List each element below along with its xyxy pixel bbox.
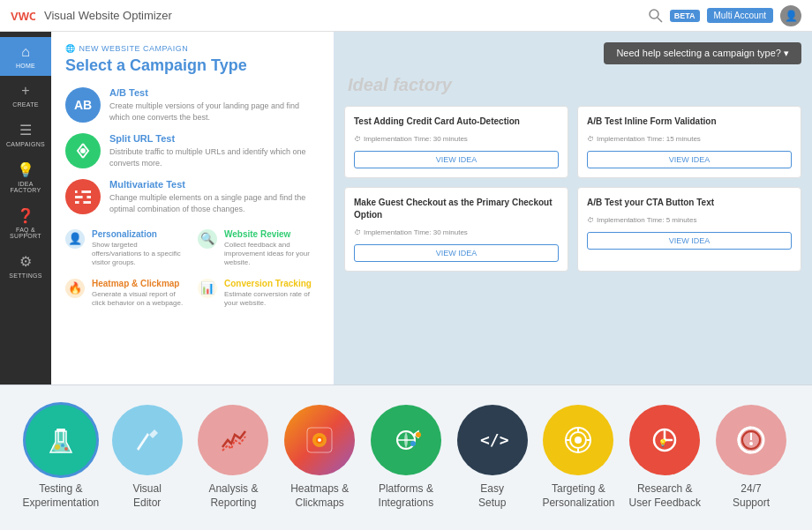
testing-label: Testing &Experimentation xyxy=(23,482,100,510)
idea-card-1: Test Adding Credit Card Auto-Detection ⏱… xyxy=(344,106,568,178)
view-idea-button-1[interactable]: VIEW IDEA xyxy=(354,151,559,168)
visual-editor-icon xyxy=(112,405,183,475)
heatmap-icon: 🔥 xyxy=(65,279,85,298)
svg-text:</>: </> xyxy=(480,430,509,449)
svg-rect-15 xyxy=(56,429,65,431)
idea-card-2: A/B Test Inline Form Validation ⏱ Implem… xyxy=(577,106,801,178)
svg-point-8 xyxy=(83,195,87,199)
platforms-icon xyxy=(371,405,441,475)
website-review-icon: 🔍 xyxy=(198,229,217,249)
multivariate-icon xyxy=(65,179,101,214)
visual-editor-label: VisualEditor xyxy=(132,482,161,510)
card-meta-4: ⏱ Implementation Time: 5 minutes xyxy=(587,216,792,224)
support-label: 24/7Support xyxy=(733,482,770,510)
multi-account-button[interactable]: Multi Account xyxy=(707,8,773,23)
svg-line-2 xyxy=(658,18,662,22)
bottom-item-support[interactable]: 24/7Support xyxy=(710,405,793,510)
easy-setup-label: EasySetup xyxy=(478,482,506,510)
faq-icon: ❓ xyxy=(17,207,34,224)
heatmaps-label: Heatmaps &Clickmaps xyxy=(290,482,349,510)
personalization-icon: 👤 xyxy=(65,229,85,249)
view-idea-button-2[interactable]: VIEW IDEA xyxy=(587,151,792,168)
heatmaps-icon xyxy=(284,405,355,475)
bottom-item-testing[interactable]: Testing &Experimentation xyxy=(19,405,102,510)
targeting-label: Targeting &Personalization xyxy=(542,482,614,510)
breadcrumb: 🌐 NEW WEBSITE CAMPAIGN xyxy=(65,44,320,53)
top-bar-actions: BETA Multi Account 👤 xyxy=(649,5,801,26)
svg-point-7 xyxy=(78,190,82,194)
view-idea-button-4[interactable]: VIEW IDEA xyxy=(587,232,792,250)
idea-card-4: A/B Test your CTA Button Text ⏱ Implemen… xyxy=(577,187,801,272)
split-url-option[interactable]: Split URL Test Distribute traffic to mul… xyxy=(65,133,320,168)
targeting-icon xyxy=(543,405,613,475)
sidebar-item-faq[interactable]: ❓ FAQ & SUPPORT xyxy=(0,200,51,246)
vwo-logo: VWO xyxy=(11,8,35,24)
card-meta-3: ⏱ Implementation Time: 30 minutes xyxy=(354,228,559,236)
campaigns-icon: ☰ xyxy=(19,122,32,138)
beta-badge: BETA xyxy=(670,10,700,22)
sidebar-item-settings[interactable]: ⚙ SETTINGS xyxy=(0,246,51,286)
ab-test-text: A/B Test Create multiple versions of you… xyxy=(109,87,320,123)
top-bar: VWO Visual Website Optimizer BETA Multi … xyxy=(0,0,812,32)
multivariate-option[interactable]: Multivariate Test Change multiple elemen… xyxy=(65,179,320,214)
help-campaign-button[interactable]: Need help selecting a campaign type? ▾ xyxy=(604,42,801,64)
sidebar-item-campaigns[interactable]: ☰ CAMPAIGNS xyxy=(0,115,51,154)
split-url-text: Split URL Test Distribute traffic to mul… xyxy=(109,133,320,168)
svg-point-11 xyxy=(55,444,60,450)
search-icon[interactable] xyxy=(649,9,663,23)
campaign-options: AB A/B Test Create multiple versions of … xyxy=(65,87,320,215)
view-idea-button-3[interactable]: VIEW IDEA xyxy=(354,244,559,262)
sidebar-item-ideafactory[interactable]: 💡 IDEA FACTORY xyxy=(0,154,51,200)
svg-point-39 xyxy=(749,442,753,445)
bottom-item-targeting[interactable]: Targeting &Personalization xyxy=(537,405,620,510)
svg-point-12 xyxy=(61,444,64,447)
analysis-icon xyxy=(198,405,268,475)
idea-card-3: Make Guest Checkout as the Primary Check… xyxy=(344,187,568,272)
app-title: Visual Website Optimizer xyxy=(44,9,649,22)
page-title: Select a Campaign Type xyxy=(65,56,320,75)
card-meta-2: ⏱ Implementation Time: 15 minutes xyxy=(587,135,792,143)
split-icon xyxy=(65,133,101,168)
easy-setup-icon: </> xyxy=(457,405,528,475)
bottom-item-heatmaps[interactable]: Heatmaps &Clickmaps xyxy=(278,405,362,510)
svg-point-23 xyxy=(416,432,421,437)
heatmap-option[interactable]: 🔥 Heatmap & Clickmap Generate a visual r… xyxy=(65,279,187,309)
idea-icon: 💡 xyxy=(17,161,34,178)
idea-cards: Test Adding Credit Card Auto-Detection ⏱… xyxy=(344,106,801,272)
bottom-bar: Testing &Experimentation VisualEditor An… xyxy=(0,384,812,530)
analysis-label: Analysis &Reporting xyxy=(208,482,258,510)
svg-point-28 xyxy=(575,437,582,444)
svg-point-1 xyxy=(650,10,658,19)
ab-test-option[interactable]: AB A/B Test Create multiple versions of … xyxy=(65,87,320,123)
website-review-option[interactable]: 🔍 Website Review Collect feedback and im… xyxy=(198,229,320,268)
conversion-tracking-option[interactable]: 📊 Conversion Tracking Estimate conversio… xyxy=(198,279,320,309)
idea-factory-title: Ideal factory xyxy=(344,75,801,95)
card-meta-1: ⏱ Implementation Time: 30 minutes xyxy=(354,135,559,143)
svg-point-24 xyxy=(410,441,416,446)
campaign-header: 🌐 NEW WEBSITE CAMPAIGN Select a Campaign… xyxy=(65,44,320,75)
svg-point-20 xyxy=(318,438,321,442)
bottom-item-analysis[interactable]: Analysis &Reporting xyxy=(192,405,275,510)
bottom-item-platforms[interactable]: Platforms &Integrations xyxy=(364,405,447,510)
svg-text:VWO: VWO xyxy=(11,10,35,23)
testing-icon xyxy=(26,405,96,475)
bottom-item-easy-setup[interactable]: </> EasySetup xyxy=(450,405,534,510)
svg-point-3 xyxy=(80,148,86,153)
ab-icon: AB xyxy=(65,87,101,123)
bottom-item-research[interactable]: 💡 Research &User Feedback xyxy=(623,405,707,510)
breadcrumb-icon: 🌐 xyxy=(65,44,76,53)
svg-marker-16 xyxy=(149,429,158,438)
user-avatar[interactable]: 👤 xyxy=(780,5,801,26)
sidebar-item-home[interactable]: ⌂ HOME xyxy=(0,37,51,76)
sidebar-item-create[interactable]: + CREATE xyxy=(0,76,51,115)
svg-point-13 xyxy=(64,447,68,451)
campaign-extras: 👤 Personalization Show targeted offers/v… xyxy=(65,229,320,309)
personalization-option[interactable]: 👤 Personalization Show targeted offers/v… xyxy=(65,229,187,268)
svg-text:💡: 💡 xyxy=(658,438,667,447)
svg-point-9 xyxy=(79,200,84,205)
platforms-label: Platforms &Integrations xyxy=(379,482,434,510)
settings-icon: ⚙ xyxy=(19,253,32,270)
plus-icon: + xyxy=(21,83,29,99)
bottom-item-visual-editor[interactable]: VisualEditor xyxy=(105,405,189,510)
home-icon: ⌂ xyxy=(21,44,30,60)
